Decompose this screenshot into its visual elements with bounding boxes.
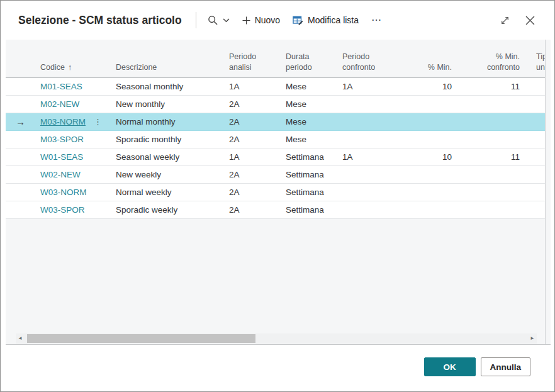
cell-descrizione: Seasonal weekly <box>111 152 224 162</box>
cell-durata-periodo: Mese <box>281 82 337 91</box>
more-options-button[interactable]: ⋯ <box>365 12 388 28</box>
cell-durata-periodo: Settimana <box>281 170 337 179</box>
column-label-line2: periodo <box>286 62 337 73</box>
table-row[interactable]: W03-NORM Normal weekly 2A Settimana <box>6 184 545 201</box>
cell-descrizione: Normal monthly <box>111 117 224 126</box>
sort-ascending-icon: ↑ <box>68 63 72 72</box>
new-button[interactable]: Nuovo <box>236 12 286 28</box>
dialog-titlebar: Selezione - SCM status articolo Nuovo <box>1 1 554 40</box>
column-label: % Min. <box>428 63 452 72</box>
plus-icon <box>242 16 250 25</box>
cell-perc-min: 10 <box>394 152 452 162</box>
cell-descrizione: Sporadic monthly <box>111 135 224 144</box>
horizontal-scrollbar[interactable]: ◄ ► <box>16 333 537 344</box>
expand-button[interactable] <box>496 12 513 29</box>
code-link[interactable]: W02-NEW <box>40 170 81 179</box>
cancel-button[interactable]: Annulla <box>481 357 531 376</box>
code-link[interactable]: W03-SPOR <box>40 205 85 215</box>
cell-periodo-confronto: 1A <box>337 82 394 91</box>
column-header-tipo[interactable]: Tip uni <box>520 52 545 77</box>
cell-periodo-analisi: 2A <box>224 99 281 109</box>
active-row-arrow-icon: → <box>16 117 25 126</box>
cell-periodo-confronto: 1A <box>337 152 394 162</box>
grid-header-row: Codice↑ Descrizione Periodo analisi Dura… <box>6 40 545 78</box>
gutter-header <box>6 73 35 77</box>
code-link[interactable]: M01-SEAS <box>40 82 82 91</box>
cell-periodo-analisi: 2A <box>224 188 281 197</box>
code-link[interactable]: M02-NEW <box>40 99 79 109</box>
cell-periodo-analisi: 2A <box>224 170 281 179</box>
code-link[interactable]: M03-SPOR <box>40 135 84 144</box>
column-header-descrizione[interactable]: Descrizione <box>111 62 224 77</box>
column-label-line1: Periodo <box>342 52 394 62</box>
grid-region: Codice↑ Descrizione Periodo analisi Dura… <box>6 40 551 345</box>
ok-button[interactable]: OK <box>424 357 476 376</box>
table-row[interactable]: W03-SPOR Sporadic weekly 2A Settimana <box>6 201 545 219</box>
column-label-line2: confronto <box>342 62 394 73</box>
cell-durata-periodo: Settimana <box>281 188 337 197</box>
row-menu-dots-icon[interactable]: ⋮ <box>92 118 103 126</box>
cell-periodo-analisi: 1A <box>224 152 281 162</box>
column-header-periodo-confronto[interactable]: Periodo confronto <box>337 52 394 77</box>
cell-perc-min-confronto: 11 <box>452 82 520 91</box>
table-row[interactable]: W02-NEW New weekly 2A Settimana <box>6 166 545 184</box>
cell-durata-periodo: Settimana <box>281 152 337 162</box>
scrollbar-track[interactable] <box>25 333 528 344</box>
page-title: Selezione - SCM status articolo <box>18 14 182 27</box>
search-button[interactable] <box>201 12 236 29</box>
column-label: Descrizione <box>116 63 157 72</box>
new-button-label: Nuovo <box>255 15 280 25</box>
table-row[interactable]: M02-NEW New monthly 2A Mese <box>6 96 545 113</box>
scroll-left-arrow[interactable]: ◄ <box>16 333 25 344</box>
cell-durata-periodo: Mese <box>281 135 337 144</box>
grid: Codice↑ Descrizione Periodo analisi Dura… <box>6 40 546 344</box>
column-header-periodo-analisi[interactable]: Periodo analisi <box>224 52 281 77</box>
code-link[interactable]: W03-NORM <box>40 188 87 197</box>
code-link[interactable]: M03-NORM <box>40 117 86 126</box>
close-icon <box>525 16 535 25</box>
table-row[interactable]: M01-SEAS Seasonal monthly 1A Mese 1A 10 … <box>6 78 545 96</box>
column-label-line1: Tip <box>536 52 545 62</box>
table-row-selected[interactable]: → M03-NORM ⋮ Normal monthly 2A Mese <box>6 113 545 131</box>
cell-perc-min: 10 <box>394 82 452 91</box>
cell-durata-periodo: Mese <box>281 117 337 126</box>
column-label-line2: analisi <box>229 62 281 73</box>
grid-empty-area <box>6 219 545 344</box>
edit-list-icon <box>293 15 303 26</box>
column-header-durata-periodo[interactable]: Durata periodo <box>281 52 337 77</box>
cell-descrizione: Sporadic weekly <box>111 205 224 215</box>
column-label-line1: % Min. <box>452 52 520 62</box>
cell-descrizione: Normal weekly <box>111 188 224 197</box>
edit-list-button-label: Modifica lista <box>308 15 359 25</box>
ellipsis-icon: ⋯ <box>371 15 381 25</box>
scrollbar-thumb[interactable] <box>27 334 255 343</box>
table-row[interactable]: W01-SEAS Seasonal weekly 1A Settimana 1A… <box>6 148 545 166</box>
code-link[interactable]: W01-SEAS <box>40 152 83 162</box>
cell-durata-periodo: Mese <box>281 99 337 109</box>
cell-descrizione: Seasonal monthly <box>111 82 224 91</box>
column-label-line1: Durata <box>286 52 337 62</box>
column-label-line2: uni <box>536 62 545 73</box>
close-button[interactable] <box>522 13 538 28</box>
column-header-perc-min[interactable]: % Min. <box>394 62 452 77</box>
table-row[interactable]: M03-SPOR Sporadic monthly 2A Mese <box>6 131 545 148</box>
cell-durata-periodo: Settimana <box>281 205 337 215</box>
column-header-codice[interactable]: Codice↑ <box>35 62 111 77</box>
column-label: Codice <box>40 63 65 72</box>
cell-descrizione: New weekly <box>111 170 224 179</box>
scroll-right-arrow[interactable]: ► <box>528 333 537 344</box>
expand-icon <box>500 15 510 26</box>
cell-periodo-analisi: 1A <box>224 82 281 91</box>
column-label-line2: confronto <box>452 62 520 73</box>
column-header-perc-min-confronto[interactable]: % Min. confronto <box>452 52 520 77</box>
cell-periodo-analisi: 2A <box>224 117 281 126</box>
cell-perc-min-confronto: 11 <box>452 152 520 162</box>
dialog-footer: OK Annulla <box>1 345 554 391</box>
column-label-line1: Periodo <box>229 52 281 62</box>
toolbar-divider <box>196 12 196 28</box>
cell-descrizione: New monthly <box>111 99 224 109</box>
chevron-down-icon <box>223 18 230 23</box>
lookup-dialog: Selezione - SCM status articolo Nuovo <box>0 0 555 392</box>
edit-list-button[interactable]: Modifica lista <box>286 12 365 29</box>
search-icon <box>208 15 218 26</box>
